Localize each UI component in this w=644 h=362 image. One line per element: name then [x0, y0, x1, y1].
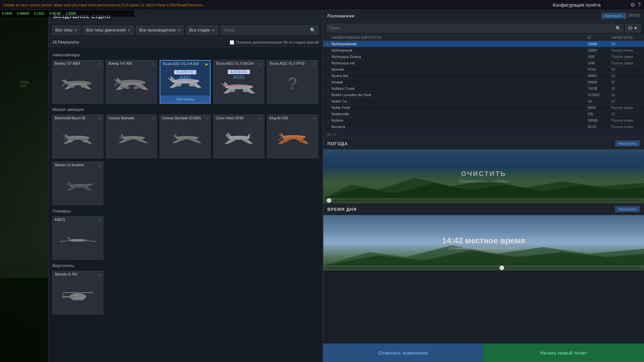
fav-star-kingair[interactable]: ☆: [312, 116, 316, 121]
airport-fav-star[interactable]: ☆: [326, 55, 331, 59]
airport-row[interactable]: ☆ Noble Field 56NE Полоса травы: [323, 105, 644, 111]
airport-fav-star[interactable]: ☆: [326, 68, 331, 71]
fav-star-ask21[interactable]: ☆: [98, 218, 101, 223]
fav-star-737[interactable]: ☆: [98, 62, 101, 66]
svg-marker-30: [167, 77, 171, 81]
category-light: Малая авиация: [52, 107, 319, 112]
airport-name: Nobbys Creek: [331, 86, 588, 90]
aircraft-search-box[interactable]: 🔍: [221, 25, 319, 35]
fav-star-747[interactable]: ☆: [151, 62, 155, 66]
id-dropdown[interactable]: ID ▼: [625, 24, 641, 33]
airport-fav-star[interactable]: ☆: [326, 125, 331, 129]
airport-row[interactable]: ☆ Nobbys Creek YNOB 3D: [323, 85, 644, 92]
airport-fav-star[interactable]: ☆: [326, 74, 331, 78]
airport-fav-star[interactable]: ☆: [326, 49, 331, 52]
show-old-label[interactable]: Показать дополнительные ЛА из старых вер…: [230, 40, 319, 45]
airport-row[interactable]: ★ Nizhnevartovsk USNN 3D: [323, 41, 644, 47]
svg-point-18: [81, 85, 86, 88]
fav-star-baron[interactable]: ☆: [98, 116, 101, 121]
plane-img-stinson: [58, 173, 98, 196]
type-filter-arrow: ▼: [74, 28, 77, 32]
airport-fav-star[interactable]: ☆: [326, 112, 331, 116]
airport-fav-star[interactable]: ☆: [326, 106, 331, 110]
ppos-label: PPOS: [629, 13, 640, 18]
fav-star-cessna[interactable]: ☆: [151, 116, 155, 121]
airport-row[interactable]: ☆ Noblesville 23II 3D: [323, 111, 644, 117]
airport-list: ★ Nizhnevartovsk USNN 3D ☆ Nizhneyansk U…: [323, 41, 644, 131]
aircraft-card-baron[interactable]: Beechcraft Baron 58 ☆: [52, 115, 103, 158]
airport-row[interactable]: ☆ Nizhnyaya Iret UI96 Полоса травы: [323, 60, 644, 66]
airport-fav-star[interactable]: ☆: [326, 87, 331, 90]
aircraft-card-cessna[interactable]: Cessna Skyhawk ☆: [106, 115, 157, 158]
studio-filter[interactable]: Все студии ▼: [186, 25, 218, 35]
search-icon: 🔍: [310, 27, 316, 33]
col-char-header: ХАРАКТЕРИС...: [611, 36, 641, 40]
airport-row[interactable]: ☆ Noatak PAWN 3D: [323, 79, 644, 85]
weather-configure-btn[interactable]: Настроить: [615, 140, 640, 146]
stats-bar: 4.4449 9.99069 0.1552 0 06.80 1.0000: [0, 10, 134, 17]
airport-row[interactable]: ☆ Noble Co. I10 3D: [323, 98, 644, 105]
airport-row[interactable]: ☆ Noahs Ark 06MO 3D: [323, 73, 644, 79]
airport-fav-star[interactable]: ☆: [326, 61, 331, 65]
svg-marker-65: [278, 137, 309, 144]
aircraft-card-cirrus[interactable]: Cirrus Vision SF50 ☆: [213, 115, 264, 158]
aircraft-card-a321-hidef[interactable]: ToLiss A321 V1.3 Hi Def ★ AIRBUS A321: [160, 60, 211, 104]
time-slider[interactable]: [327, 267, 641, 268]
airport-row[interactable]: ☆ Nizhnyaya Gutara UI95 Полоса травы: [323, 54, 644, 60]
fav-star-stinson[interactable]: ☆: [98, 163, 101, 168]
help-icon[interactable]: ?: [638, 2, 641, 8]
fav-star-a321-xp10[interactable]: ☆: [312, 62, 316, 66]
aircraft-card-747[interactable]: Boeing 747-400 ☆: [106, 60, 157, 104]
aircraft-card-kingair[interactable]: King Air C90 ☆: [267, 115, 318, 158]
position-configure-btn[interactable]: Настроить: [601, 13, 626, 19]
configure-btn-a321-hidef[interactable]: Настроить: [160, 96, 210, 103]
airport-id: I10: [588, 100, 611, 103]
cancel-button[interactable]: Отменить изменения: [323, 344, 484, 362]
airport-search-box[interactable]: 🔍: [327, 24, 623, 33]
airport-fav-star[interactable]: ★: [326, 42, 331, 46]
aircraft-card-a321-xp10[interactable]: ToLiss A321 V1.3 XP10 ☆ ?: [267, 60, 318, 104]
aircraft-card-a321-std[interactable]: ToLiss A321 V1.3 Std Def ☆ AIRBUS A321: [213, 60, 264, 104]
show-old-checkbox[interactable]: [230, 40, 234, 45]
airport-name: Noble Field: [331, 106, 588, 110]
aircraft-search-input[interactable]: [224, 28, 310, 33]
fav-star-a321-hidef[interactable]: ★: [205, 62, 208, 67]
type-filter[interactable]: Все типы ▼: [52, 25, 80, 35]
plane-img-cessna-g1000: [165, 126, 205, 149]
airport-row[interactable]: ☆ Njombe HTNJ 3D: [323, 66, 644, 73]
card-name-cessna-g1000: Cessna Skyhawk (G1000): [162, 116, 204, 120]
airport-search-input[interactable]: [329, 26, 615, 31]
airport-row[interactable]: ☆ Nocarva NC10 Полоса почвы: [323, 124, 644, 130]
manufacturer-filter[interactable]: Все производители ▼: [136, 25, 183, 35]
weather-header: ПОГОДА Настроить: [323, 138, 644, 149]
time-sub: Отслеживание реального мирового времени: [442, 246, 525, 250]
fav-star-a321-std[interactable]: ☆: [259, 62, 262, 66]
airport-char: 3D: [611, 100, 641, 103]
weather-slider-thumb[interactable]: [327, 198, 331, 203]
aircraft-card-stinson[interactable]: Stinson L5 Sentinel ☆: [52, 162, 103, 205]
card-name-ask21: ASK21: [55, 218, 96, 222]
engine-filter[interactable]: Все типы двигателей ▼: [83, 25, 133, 35]
fav-star-cirrus[interactable]: ☆: [259, 116, 262, 121]
airport-fav-star[interactable]: ☆: [326, 80, 331, 84]
start-button[interactable]: Начать новый полет: [484, 344, 644, 362]
time-configure-btn[interactable]: Настроить: [615, 206, 640, 212]
aircraft-card-737[interactable]: Boeing 737-800X ☆: [52, 60, 103, 104]
svg-point-17: [69, 85, 75, 88]
aircraft-card-ask21[interactable]: ASK21 ☆: [52, 216, 103, 260]
weather-slider[interactable]: [327, 200, 641, 201]
gliders-row: ASK21 ☆: [52, 216, 319, 260]
airport-row[interactable]: ☆ Nobres SWNB Полоса почвы: [323, 117, 644, 124]
airport-fav-star[interactable]: ☆: [326, 100, 331, 103]
airport-fav-star[interactable]: ☆: [326, 93, 331, 97]
airport-search-icon: 🔍: [615, 26, 621, 31]
airport-row[interactable]: ☆ Nizhneyansk UEBN Полоса почвы: [323, 47, 644, 54]
aircraft-card-s76[interactable]: Sikorsky S-76C ☆: [52, 271, 103, 314]
time-slider-thumb[interactable]: [499, 265, 504, 270]
airport-row[interactable]: ☆ Nobel Lumsden Air Park XC008J 3D: [323, 92, 644, 98]
aircraft-card-cessna-g1000[interactable]: Cessna Skyhawk (G1000) ☆: [160, 115, 211, 158]
fav-star-s76[interactable]: ☆: [98, 273, 101, 277]
fav-star-cessna-g1000[interactable]: ☆: [205, 116, 209, 121]
airport-fav-star[interactable]: ☆: [326, 119, 331, 122]
settings-icon[interactable]: ⚙: [630, 2, 635, 8]
